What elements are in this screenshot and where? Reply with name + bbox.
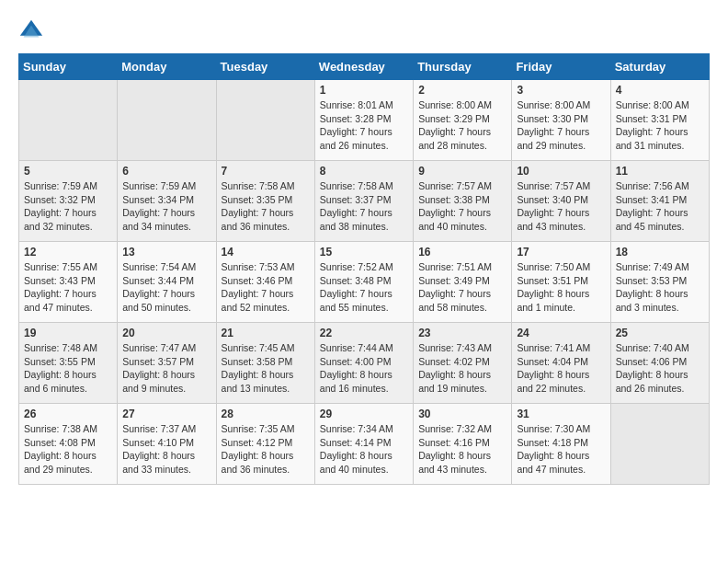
- calendar-cell: 16Sunrise: 7:51 AM Sunset: 3:49 PM Dayli…: [414, 242, 512, 323]
- cell-content: Sunrise: 7:34 AM Sunset: 4:14 PM Dayligh…: [320, 422, 408, 477]
- day-number: 4: [616, 84, 704, 97]
- cell-content: Sunrise: 7:58 AM Sunset: 3:37 PM Dayligh…: [320, 179, 408, 234]
- week-row-2: 5Sunrise: 7:59 AM Sunset: 3:32 PM Daylig…: [19, 161, 710, 242]
- calendar-cell: 28Sunrise: 7:35 AM Sunset: 4:12 PM Dayli…: [216, 404, 314, 485]
- day-header-monday: Monday: [118, 54, 216, 80]
- cell-content: Sunrise: 7:43 AM Sunset: 4:02 PM Dayligh…: [418, 341, 506, 396]
- day-number: 2: [418, 84, 506, 97]
- calendar-cell: 4Sunrise: 8:00 AM Sunset: 3:31 PM Daylig…: [610, 80, 709, 161]
- day-number: 5: [24, 165, 112, 178]
- calendar-cell: 6Sunrise: 7:59 AM Sunset: 3:34 PM Daylig…: [118, 161, 216, 242]
- calendar-cell: [19, 80, 118, 161]
- calendar-cell: 18Sunrise: 7:49 AM Sunset: 3:53 PM Dayli…: [610, 242, 709, 323]
- day-number: 11: [616, 165, 704, 178]
- calendar-cell: 5Sunrise: 7:59 AM Sunset: 3:32 PM Daylig…: [19, 161, 118, 242]
- cell-content: Sunrise: 8:00 AM Sunset: 3:31 PM Dayligh…: [616, 98, 704, 153]
- day-number: 19: [24, 327, 112, 339]
- week-row-3: 12Sunrise: 7:55 AM Sunset: 3:43 PM Dayli…: [19, 242, 710, 323]
- calendar-cell: 25Sunrise: 7:40 AM Sunset: 4:06 PM Dayli…: [610, 323, 709, 404]
- day-header-friday: Friday: [512, 54, 610, 80]
- day-number: 22: [320, 327, 408, 339]
- calendar-cell: 31Sunrise: 7:30 AM Sunset: 4:18 PM Dayli…: [512, 404, 610, 485]
- day-number: 6: [122, 165, 210, 178]
- calendar-cell: 15Sunrise: 7:52 AM Sunset: 3:48 PM Dayli…: [314, 242, 413, 323]
- calendar-cell: 29Sunrise: 7:34 AM Sunset: 4:14 PM Dayli…: [314, 404, 413, 485]
- calendar-cell: 20Sunrise: 7:47 AM Sunset: 3:57 PM Dayli…: [118, 323, 216, 404]
- cell-content: Sunrise: 7:57 AM Sunset: 3:40 PM Dayligh…: [517, 179, 605, 234]
- day-number: 25: [616, 327, 704, 339]
- calendar-cell: 3Sunrise: 8:00 AM Sunset: 3:30 PM Daylig…: [512, 80, 610, 161]
- calendar-cell: 7Sunrise: 7:58 AM Sunset: 3:35 PM Daylig…: [216, 161, 314, 242]
- calendar-cell: 17Sunrise: 7:50 AM Sunset: 3:51 PM Dayli…: [512, 242, 610, 323]
- page-header: [18, 18, 710, 44]
- header-row: SundayMondayTuesdayWednesdayThursdayFrid…: [19, 54, 710, 80]
- day-number: 27: [122, 408, 210, 420]
- cell-content: Sunrise: 7:58 AM Sunset: 3:35 PM Dayligh…: [222, 179, 310, 234]
- calendar-cell: 10Sunrise: 7:57 AM Sunset: 3:40 PM Dayli…: [512, 161, 610, 242]
- calendar-cell: 9Sunrise: 7:57 AM Sunset: 3:38 PM Daylig…: [414, 161, 512, 242]
- cell-content: Sunrise: 7:37 AM Sunset: 4:10 PM Dayligh…: [122, 422, 210, 477]
- day-number: 9: [418, 165, 506, 178]
- day-number: 23: [418, 327, 506, 339]
- cell-content: Sunrise: 7:57 AM Sunset: 3:38 PM Dayligh…: [418, 179, 506, 234]
- calendar-cell: 21Sunrise: 7:45 AM Sunset: 3:58 PM Dayli…: [216, 323, 314, 404]
- day-header-wednesday: Wednesday: [314, 54, 413, 80]
- cell-content: Sunrise: 7:55 AM Sunset: 3:43 PM Dayligh…: [24, 260, 112, 315]
- calendar-cell: 27Sunrise: 7:37 AM Sunset: 4:10 PM Dayli…: [118, 404, 216, 485]
- calendar-cell: 2Sunrise: 8:00 AM Sunset: 3:29 PM Daylig…: [414, 80, 512, 161]
- calendar-cell: 19Sunrise: 7:48 AM Sunset: 3:55 PM Dayli…: [19, 323, 118, 404]
- calendar-cell: 14Sunrise: 7:53 AM Sunset: 3:46 PM Dayli…: [216, 242, 314, 323]
- week-row-1: 1Sunrise: 8:01 AM Sunset: 3:28 PM Daylig…: [19, 80, 710, 161]
- calendar-cell: [216, 80, 314, 161]
- day-number: 16: [418, 246, 506, 259]
- calendar-cell: 13Sunrise: 7:54 AM Sunset: 3:44 PM Dayli…: [118, 242, 216, 323]
- cell-content: Sunrise: 7:54 AM Sunset: 3:44 PM Dayligh…: [122, 260, 210, 315]
- cell-content: Sunrise: 7:38 AM Sunset: 4:08 PM Dayligh…: [24, 422, 112, 477]
- calendar-cell: 8Sunrise: 7:58 AM Sunset: 3:37 PM Daylig…: [314, 161, 413, 242]
- calendar-cell: 26Sunrise: 7:38 AM Sunset: 4:08 PM Dayli…: [19, 404, 118, 485]
- cell-content: Sunrise: 7:41 AM Sunset: 4:04 PM Dayligh…: [517, 341, 605, 396]
- cell-content: Sunrise: 7:53 AM Sunset: 3:46 PM Dayligh…: [222, 260, 310, 315]
- day-number: 18: [616, 246, 704, 259]
- day-number: 14: [222, 246, 310, 259]
- day-number: 24: [517, 327, 605, 339]
- cell-content: Sunrise: 7:30 AM Sunset: 4:18 PM Dayligh…: [517, 422, 605, 477]
- cell-content: Sunrise: 7:35 AM Sunset: 4:12 PM Dayligh…: [222, 422, 310, 477]
- day-number: 20: [122, 327, 210, 339]
- cell-content: Sunrise: 8:01 AM Sunset: 3:28 PM Dayligh…: [320, 98, 408, 153]
- day-number: 31: [517, 408, 605, 420]
- day-number: 1: [320, 84, 408, 97]
- day-number: 7: [222, 165, 310, 178]
- cell-content: Sunrise: 7:47 AM Sunset: 3:57 PM Dayligh…: [122, 341, 210, 396]
- day-header-saturday: Saturday: [610, 54, 709, 80]
- calendar-cell: 1Sunrise: 8:01 AM Sunset: 3:28 PM Daylig…: [314, 80, 413, 161]
- cell-content: Sunrise: 7:45 AM Sunset: 3:58 PM Dayligh…: [222, 341, 310, 396]
- calendar-table: SundayMondayTuesdayWednesdayThursdayFrid…: [18, 53, 710, 485]
- cell-content: Sunrise: 7:49 AM Sunset: 3:53 PM Dayligh…: [616, 260, 704, 315]
- calendar-cell: 11Sunrise: 7:56 AM Sunset: 3:41 PM Dayli…: [610, 161, 709, 242]
- cell-content: Sunrise: 8:00 AM Sunset: 3:30 PM Dayligh…: [517, 98, 605, 153]
- calendar-cell: 30Sunrise: 7:32 AM Sunset: 4:16 PM Dayli…: [414, 404, 512, 485]
- week-row-5: 26Sunrise: 7:38 AM Sunset: 4:08 PM Dayli…: [19, 404, 710, 485]
- day-number: 15: [320, 246, 408, 259]
- cell-content: Sunrise: 7:32 AM Sunset: 4:16 PM Dayligh…: [418, 422, 506, 477]
- cell-content: Sunrise: 7:59 AM Sunset: 3:32 PM Dayligh…: [24, 179, 112, 234]
- day-number: 28: [222, 408, 310, 420]
- cell-content: Sunrise: 7:59 AM Sunset: 3:34 PM Dayligh…: [122, 179, 210, 234]
- week-row-4: 19Sunrise: 7:48 AM Sunset: 3:55 PM Dayli…: [19, 323, 710, 404]
- cell-content: Sunrise: 7:50 AM Sunset: 3:51 PM Dayligh…: [517, 260, 605, 315]
- day-number: 30: [418, 408, 506, 420]
- day-number: 3: [517, 84, 605, 97]
- calendar-cell: 23Sunrise: 7:43 AM Sunset: 4:02 PM Dayli…: [414, 323, 512, 404]
- day-header-thursday: Thursday: [414, 54, 512, 80]
- cell-content: Sunrise: 7:56 AM Sunset: 3:41 PM Dayligh…: [616, 179, 704, 234]
- day-number: 29: [320, 408, 408, 420]
- day-number: 17: [517, 246, 605, 259]
- day-number: 26: [24, 408, 112, 420]
- day-number: 12: [24, 246, 112, 259]
- day-number: 13: [122, 246, 210, 259]
- day-header-sunday: Sunday: [19, 54, 118, 80]
- day-header-tuesday: Tuesday: [216, 54, 314, 80]
- cell-content: Sunrise: 7:44 AM Sunset: 4:00 PM Dayligh…: [320, 341, 408, 396]
- day-number: 10: [517, 165, 605, 178]
